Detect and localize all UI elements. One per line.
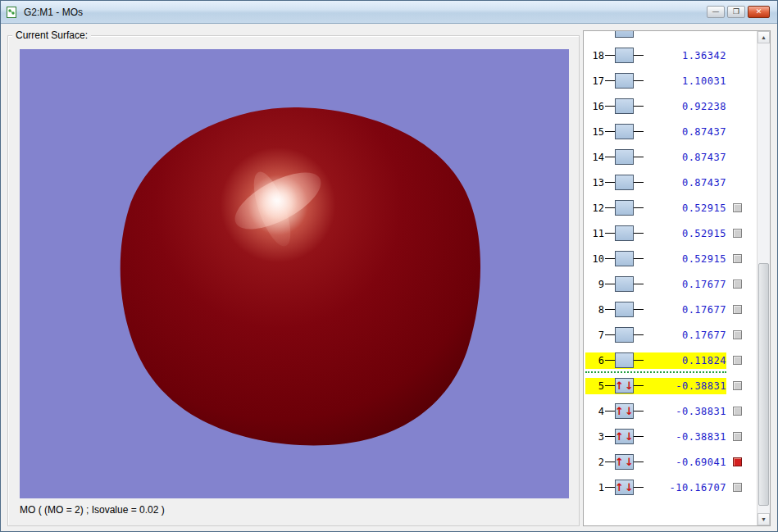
mo-orbital-box[interactable] <box>615 200 634 216</box>
mo-energy-value: 0.17677 <box>644 330 726 341</box>
mo-select-checkbox[interactable] <box>733 254 742 263</box>
mo-select-checkbox[interactable] <box>733 280 742 289</box>
mo-energy-value: 0.17677 <box>644 304 726 316</box>
mo-select-checkbox[interactable] <box>733 356 742 365</box>
close-button[interactable]: ✕ <box>748 6 770 18</box>
mo-energy-panel: 181.36342171.10031160.92238150.87437140.… <box>583 30 771 526</box>
mo-select-checkbox[interactable] <box>733 381 742 390</box>
mo-row-15[interactable]: 150.87437 <box>585 119 756 144</box>
mo-orbital-box[interactable] <box>615 276 634 292</box>
mo-row-17[interactable]: 171.10031 <box>585 68 756 93</box>
app-icon <box>6 6 19 19</box>
mo-row-8[interactable]: 80.17677 <box>585 297 756 322</box>
mo-orbital-box[interactable] <box>615 48 634 63</box>
maximize-button[interactable]: ❐ <box>727 6 745 18</box>
mo-level-number: 7 <box>585 330 605 341</box>
mo-row-6[interactable]: 60.11824 <box>585 348 756 373</box>
mo-row-main: 70.17677 <box>585 327 726 343</box>
mo-level-number: 6 <box>585 355 605 366</box>
scroll-up-icon[interactable]: ▲ <box>758 31 770 43</box>
level-connector-line <box>605 182 615 183</box>
mo-row[interactable] <box>585 30 756 43</box>
mo-orbital-box[interactable] <box>615 30 634 38</box>
titlebar[interactable]: G2:M1 - MOs — ❐ ✕ <box>1 1 777 24</box>
mo-row-3[interactable]: 3↑↓-0.38831 <box>585 424 756 449</box>
mo-orbital-box[interactable] <box>615 251 634 266</box>
mo-energy-value: 0.92238 <box>644 101 726 112</box>
energy-connector-line <box>634 436 644 437</box>
mo-orbital-box[interactable] <box>615 302 634 317</box>
mo-orbital-box[interactable] <box>615 98 634 114</box>
level-connector-line <box>605 411 615 412</box>
mo-row-10[interactable]: 100.52915 <box>585 246 756 271</box>
scrollbar-thumb[interactable] <box>758 263 769 505</box>
mo-level-number: 12 <box>585 202 605 214</box>
mo-orbital-box[interactable] <box>615 73 634 89</box>
mo-orbital-box[interactable]: ↑↓ <box>615 454 634 470</box>
mo-level-number: 10 <box>585 253 605 265</box>
mo-energy-value: 1.36342 <box>644 50 726 61</box>
mo-panel-scrollbar[interactable]: ▲ ▼ <box>757 31 770 525</box>
mo-energy-value: -0.38831 <box>644 406 726 417</box>
energy-connector-line <box>634 106 644 107</box>
mo-orbital-box[interactable]: ↑↓ <box>615 403 634 419</box>
mo-row-18[interactable]: 181.36342 <box>585 43 756 68</box>
mo-row-main: 100.52915 <box>585 251 726 267</box>
mo-row-5[interactable]: 5↑↓-0.38831 <box>585 373 756 398</box>
mo-select-checkbox[interactable] <box>733 407 742 416</box>
mo-row-1[interactable]: 1↑↓-10.16707 <box>585 475 756 500</box>
mo-level-number: 13 <box>585 177 605 189</box>
mo-row-9[interactable]: 90.17677 <box>585 271 756 297</box>
mo-level-number: 4 <box>585 406 605 417</box>
mo-row-16[interactable]: 160.92238 <box>585 93 756 119</box>
mo-energy-value: -0.69041 <box>644 457 726 468</box>
surface-status-text: MO ( (MO = 2) ; Isovalue = 0.02 ) <box>20 504 165 516</box>
mo-row-main: 5↑↓-0.38831 <box>585 378 726 394</box>
mo-row-4[interactable]: 4↑↓-0.38831 <box>585 398 756 424</box>
spin-up-arrow-icon: ↑ <box>615 431 624 442</box>
mo-row-12[interactable]: 120.52915 <box>585 195 756 221</box>
mo-orbital-box[interactable] <box>615 149 634 165</box>
energy-connector-line <box>634 55 644 56</box>
mo-row-14[interactable]: 140.87437 <box>585 144 756 170</box>
mo-row-2[interactable]: 2↑↓-0.69041 <box>585 449 756 475</box>
mo-row-main: 140.87437 <box>585 149 726 166</box>
scroll-down-icon[interactable]: ▼ <box>758 513 770 525</box>
mo-level-number: 2 <box>585 457 605 468</box>
spin-up-arrow-icon: ↑ <box>615 482 624 493</box>
mo-orbital-box[interactable] <box>615 225 634 241</box>
level-connector-line <box>605 462 615 462</box>
mo-select-checkbox[interactable] <box>733 305 742 314</box>
minimize-button[interactable]: — <box>707 6 725 18</box>
mo-select-checkbox[interactable] <box>733 432 742 441</box>
mo-select-checkbox[interactable] <box>733 203 742 212</box>
energy-connector-line <box>634 258 644 259</box>
level-connector-line <box>605 334 615 335</box>
mo-energy-value: -0.38831 <box>644 380 726 392</box>
mo-orbital-box[interactable] <box>615 327 634 343</box>
mo-orbital-box[interactable]: ↑↓ <box>615 378 634 393</box>
spin-up-arrow-icon: ↑ <box>615 406 624 416</box>
mo-row-main: 90.17677 <box>585 276 726 293</box>
energy-connector-line <box>634 360 644 361</box>
mo-orbital-box[interactable]: ↑↓ <box>615 480 634 495</box>
mo-orbital-box[interactable] <box>615 352 634 368</box>
mo-row-7[interactable]: 70.17677 <box>585 322 756 348</box>
mo-select-checkbox[interactable] <box>733 229 742 238</box>
mo-row-13[interactable]: 130.87437 <box>585 170 756 195</box>
mo-select-checkbox[interactable] <box>733 483 742 492</box>
mo-level-number: 15 <box>585 126 605 138</box>
mo-select-checkbox[interactable] <box>733 330 742 339</box>
mo-orbital-box[interactable] <box>615 175 634 190</box>
mo-level-number: 3 <box>585 431 605 443</box>
mo-row-11[interactable]: 110.52915 <box>585 221 756 246</box>
mo-row-main: 130.87437 <box>585 175 726 191</box>
mo-orbital-box[interactable]: ↑↓ <box>615 429 634 444</box>
level-connector-line <box>605 131 615 132</box>
level-connector-line <box>605 309 615 310</box>
mo-row-main: 181.36342 <box>585 48 726 64</box>
mo-select-checkbox[interactable] <box>733 457 742 466</box>
mo-orbital-box[interactable] <box>615 124 634 139</box>
mo-row-main: 160.92238 <box>585 98 726 115</box>
surface-viewport[interactable] <box>20 49 569 498</box>
